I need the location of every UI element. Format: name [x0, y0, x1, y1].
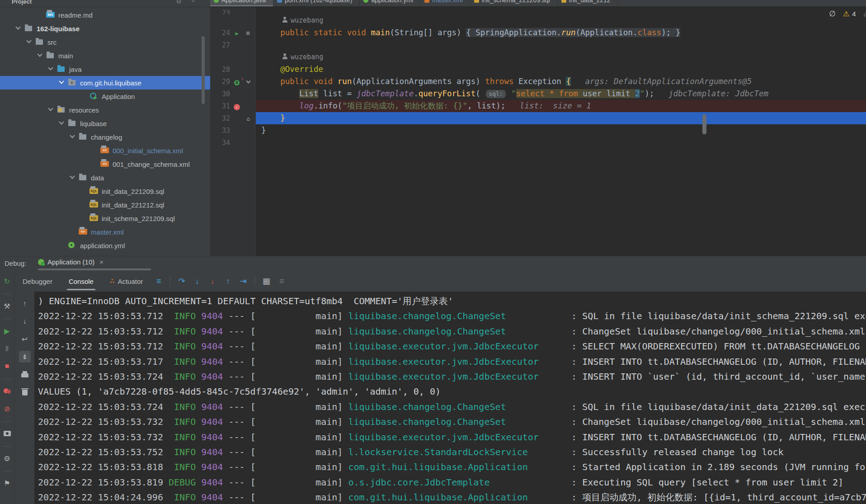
xml-icon: <> — [100, 147, 109, 154]
weak-warnings-icon[interactable]: ⚠ — [863, 9, 866, 18]
console-line: VALUES (1, 'a7cb7228-0f85-4dd5-845c-7c5d… — [38, 384, 866, 399]
pause-button[interactable]: Ⅱ — [1, 343, 13, 354]
code-token: } — [280, 113, 285, 122]
layout-settings-icon[interactable]: ≡ — [151, 277, 166, 286]
log-level: INFO — [163, 447, 196, 457]
editor-tab-init-data-2212[interactable]: init_data_2212 — [558, 0, 618, 7]
fold-open-icon[interactable] — [246, 79, 250, 84]
step-over-icon[interactable]: ↷ — [174, 276, 189, 286]
run-to-cursor-icon[interactable]: ⇥ — [235, 276, 251, 286]
highlighting-level-icon[interactable]: ∅ — [829, 9, 836, 19]
scroll-down-button[interactable]: ↓ — [19, 316, 31, 327]
pin-button[interactable]: ⚑ — [1, 477, 13, 489]
tree-item-resources[interactable]: resources — [0, 103, 210, 117]
code-line: public void run(ApplicationArguments arg… — [256, 75, 866, 88]
tree-item-com-git-hui-liquibase[interactable]: com.git.hui.liquibase — [0, 76, 210, 89]
chevron-down-icon[interactable] — [70, 133, 75, 138]
thread-dump-button[interactable] — [1, 428, 13, 439]
editor-tab-pom-xml-162-liquibase-[interactable]: pom.xml (162-liquibase) — [273, 0, 360, 7]
chevron-down-icon[interactable] — [59, 79, 64, 84]
run-method-icon[interactable]: ▶ — [235, 30, 238, 37]
force-step-into-icon[interactable]: ↓ — [205, 277, 220, 286]
close-icon[interactable]: × — [99, 258, 104, 266]
resume-button[interactable]: ▶ — [1, 325, 13, 337]
log-message: SQL in file liquibase/data/init_schema_2… — [582, 311, 866, 321]
scroll-up-button[interactable]: ↑ — [19, 298, 31, 310]
tree-item-src[interactable]: src — [0, 35, 210, 49]
code-token: run — [338, 77, 352, 86]
mute-breakpoints-button[interactable]: ⊘ — [1, 403, 13, 415]
separator — [254, 276, 255, 286]
more-options-icon[interactable]: ≡ — [274, 277, 289, 286]
chevron-down-icon[interactable] — [48, 106, 53, 111]
tree-item-main[interactable]: main — [0, 49, 210, 62]
tree-item-liquibase[interactable]: liquibase — [0, 117, 210, 130]
soft-wrap-button[interactable]: ↩ — [19, 333, 31, 345]
chevron-down-icon[interactable] — [70, 174, 75, 179]
print-button[interactable] — [19, 368, 31, 380]
collapse-all-icon[interactable]: − — [191, 0, 195, 5]
tree-item-label: data — [91, 174, 104, 182]
warnings-icon[interactable]: ⚠ — [843, 9, 849, 18]
stop-button[interactable]: ■ — [1, 360, 13, 372]
editor-code-area[interactable]: wuzebang public static void main(String[… — [256, 7, 866, 256]
tree-item-java[interactable]: java — [0, 62, 210, 76]
console-output[interactable]: ) ENGINE=InnoDB AUTO_INCREMENT=1 DEFAULT… — [34, 292, 866, 504]
editor-tab-init-schema-221209-sql[interactable]: init_schema_221209.sql — [471, 0, 558, 7]
spring-icon — [214, 0, 219, 3]
tree-scrollbar-thumb[interactable] — [202, 36, 205, 104]
editor-tab-application-yml[interactable]: application.yml — [360, 0, 421, 7]
editor-tab-application-java[interactable]: Application.java — [210, 0, 273, 7]
tree-item-changelog[interactable]: changelog — [0, 130, 210, 144]
editor-scrollbar-thumb[interactable] — [702, 114, 706, 134]
tree-item-data[interactable]: data — [0, 171, 210, 184]
debug-tab-console[interactable]: Console — [61, 271, 102, 292]
line-number: 33 — [210, 127, 230, 135]
scroll-to-end-button[interactable]: ⇟ — [19, 351, 31, 363]
chevron-down-icon[interactable] — [15, 24, 20, 29]
tree-item-application-yml[interactable]: application.yml — [0, 239, 210, 252]
tree-item-000-initial-schema-xml[interactable]: <>000_initial_schema.xml — [0, 144, 210, 157]
breakpoint-icon[interactable]: ✓ — [234, 104, 240, 110]
log-logger: liquibase.executor.jvm.JdbcExecutor — [348, 432, 566, 443]
editor-tab-master-xml[interactable]: master.xml — [421, 0, 471, 7]
tree-item-readme-md[interactable]: MDreadme.md — [0, 8, 210, 22]
view-breakpoints-button[interactable] — [1, 385, 13, 397]
override-method-icon[interactable]: O — [234, 80, 240, 85]
log-separator: : — [566, 356, 582, 367]
log-level: INFO — [163, 432, 196, 443]
code-token: from — [559, 89, 578, 98]
tree-item-162-liquibase[interactable]: 162-liquibase — [0, 22, 210, 35]
debug-session-tab[interactable]: Application (10) × — [38, 258, 104, 266]
log-logger: l.lockservice.StandardLockService — [348, 447, 566, 457]
log-message: SQL in file liquibase/data/init_data_221… — [582, 401, 866, 412]
fold-region-icon[interactable]: ⊞ — [246, 30, 250, 37]
settings-wrench-icon[interactable]: ⚒ — [1, 300, 13, 312]
chevron-down-icon[interactable] — [59, 119, 64, 124]
chevron-down-icon[interactable] — [37, 52, 42, 57]
log-pid: 9404 — [196, 492, 223, 503]
code-token — [342, 28, 347, 37]
chevron-down-icon[interactable] — [26, 38, 31, 43]
tree-item-application[interactable]: ▶Application — [0, 89, 210, 103]
rerun-button[interactable]: ↻ — [1, 275, 13, 287]
tree-item-init-schema-221209-sql[interactable]: SQLinit_schema_221209.sql — [0, 212, 210, 225]
step-out-icon[interactable]: ↑ — [220, 277, 235, 286]
debug-tab-debugger[interactable]: Debugger — [14, 271, 61, 292]
log-pid: 9404 — [196, 432, 223, 443]
tree-item-master-xml[interactable]: <>master.xml — [0, 225, 210, 239]
code-token: . — [414, 89, 419, 98]
chevron-down-icon[interactable] — [48, 65, 53, 70]
evaluate-expression-icon[interactable]: ▦ — [259, 276, 274, 286]
tree-item-001-change-schema-xml[interactable]: <>001_change_schema.xml — [0, 157, 210, 171]
tree-item-init-data-221209-sql[interactable]: SQLinit_data_221209.sql — [0, 184, 210, 198]
tree-item-label: init_data_221209.sql — [102, 188, 164, 195]
debug-settings-button[interactable]: ⚙ — [1, 452, 13, 464]
log-level: INFO — [163, 326, 196, 337]
tree-item-init-data-221212-sql[interactable]: SQLinit_data_221212.sql — [0, 198, 210, 212]
tree-item-label: 000_initial_schema.xml — [113, 147, 183, 155]
locate-icon[interactable]: ⊙ — [176, 0, 181, 5]
clear-console-button[interactable] — [19, 386, 31, 398]
debug-tab-actuator[interactable]: ∴Actuator — [102, 271, 151, 292]
step-into-icon[interactable]: ↓ — [189, 277, 205, 286]
